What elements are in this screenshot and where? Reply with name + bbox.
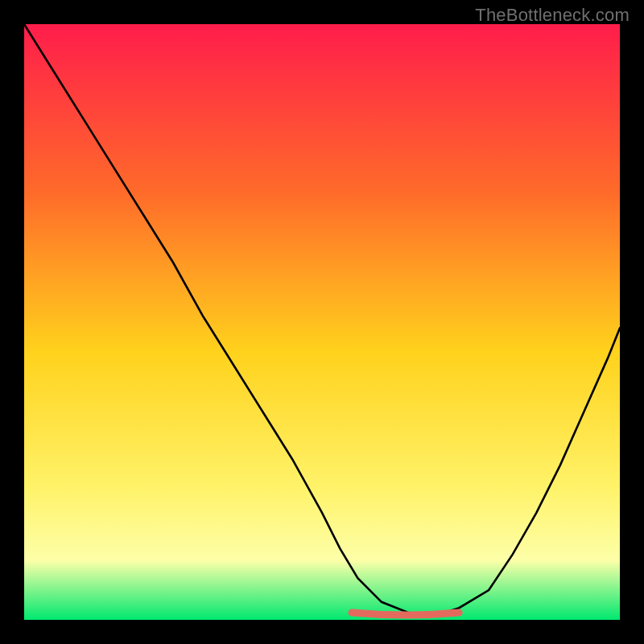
optimal-range-highlight [352,613,459,615]
gradient-background [24,24,620,620]
chart-svg [24,24,620,620]
plot-area [24,24,620,620]
chart-frame: TheBottleneck.com [0,0,644,644]
watermark-text: TheBottleneck.com [475,5,630,26]
